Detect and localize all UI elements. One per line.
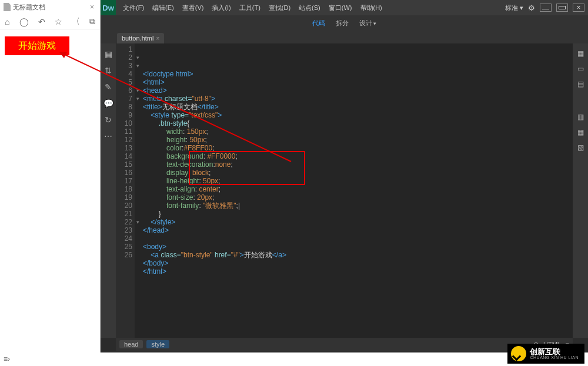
workspace-switcher[interactable]: 标准 ▾ bbox=[505, 4, 523, 12]
menu-view[interactable]: 查看(V) bbox=[180, 4, 206, 12]
tab-title: 无标题文档 bbox=[13, 3, 45, 12]
panel-icon[interactable]: ▭ bbox=[577, 65, 584, 73]
line-number-gutter: 1234567891011121314151617181920212223242… bbox=[116, 43, 135, 338]
dreamweaver-window: Dw 文件(F) 编辑(E) 查看(V) 插入(I) 工具(T) 查找(D) 站… bbox=[101, 0, 588, 366]
menu-file[interactable]: 文件(F) bbox=[121, 4, 146, 12]
window-close-button[interactable]: × bbox=[573, 4, 584, 12]
menu-icon[interactable]: ≡› bbox=[4, 355, 10, 363]
panel-icon[interactable]: ▧ bbox=[577, 143, 584, 152]
brand-name: 创新互联 bbox=[530, 348, 579, 355]
back-icon[interactable]: ↶ bbox=[38, 17, 45, 26]
copy-icon[interactable]: ⧉ bbox=[89, 16, 95, 26]
view-design[interactable]: 设计▾ bbox=[359, 19, 376, 28]
fold-gutter: ▾▾▾▾▾ bbox=[135, 43, 141, 338]
panel-icon[interactable]: ▦ bbox=[577, 128, 584, 136]
breadcrumb-head[interactable]: head bbox=[119, 340, 143, 348]
reload-icon[interactable]: ◯ bbox=[19, 17, 29, 26]
collapse-icon[interactable]: ⇅ bbox=[103, 66, 113, 75]
menu-site[interactable]: 站点(S) bbox=[296, 4, 323, 12]
file-icon[interactable]: ▦ bbox=[103, 49, 113, 59]
menu-tools[interactable]: 工具(T) bbox=[237, 4, 263, 12]
comment-icon[interactable]: 💬 bbox=[103, 99, 113, 108]
brand-subtitle: CHUANG XIN HU LIAN bbox=[530, 355, 579, 360]
preview-area: 开始游戏 bbox=[0, 29, 100, 62]
panel-icon[interactable]: ▥ bbox=[577, 113, 584, 121]
panel-icon[interactable]: ▦ bbox=[577, 49, 584, 58]
menu-window[interactable]: 窗口(W) bbox=[326, 4, 355, 12]
titlebar: Dw 文件(F) 编辑(E) 查看(V) 插入(I) 工具(T) 查找(D) 站… bbox=[101, 0, 588, 15]
status-bar: head style ⊘ HTML ▾ bbox=[116, 338, 573, 351]
document-tab[interactable]: button.html × bbox=[117, 33, 164, 43]
left-tool-rail: ▦ ⇅ ✎ 💬 ↻ ⋯ bbox=[101, 43, 116, 338]
view-code[interactable]: 代码 bbox=[312, 19, 325, 28]
browser-preview-panel: 无标题文档 × ⌂ ◯ ↶ ☆ 〈 ⧉ 开始游戏 bbox=[0, 0, 101, 352]
code-editor[interactable]: 1234567891011121314151617181920212223242… bbox=[116, 43, 573, 338]
bottom-strip: ≡› bbox=[0, 352, 588, 366]
start-game-button[interactable]: 开始游戏 bbox=[5, 36, 69, 55]
code-area[interactable]: <!doctype html><html><head><meta charset… bbox=[141, 43, 573, 338]
breadcrumb-style[interactable]: style bbox=[146, 340, 169, 348]
menu-bar: 文件(F) 编辑(E) 查看(V) 插入(I) 工具(T) 查找(D) 站点(S… bbox=[121, 4, 385, 12]
watermark-logo: 创新互联 CHUANG XIN HU LIAN bbox=[507, 344, 584, 364]
panel-icon[interactable]: ▤ bbox=[577, 80, 584, 88]
document-tab-label: button.html bbox=[122, 35, 153, 42]
home-icon[interactable]: ⌂ bbox=[5, 17, 9, 26]
wand-icon[interactable]: ✎ bbox=[103, 82, 113, 92]
document-tabs: button.html × bbox=[101, 31, 588, 43]
view-split[interactable]: 拆分 bbox=[336, 19, 349, 28]
dreamweaver-logo: Dw bbox=[101, 0, 116, 15]
window-maximize-button[interactable] bbox=[556, 4, 568, 12]
browser-tab[interactable]: 无标题文档 × bbox=[0, 0, 100, 14]
forward-icon[interactable]: 〈 bbox=[72, 16, 80, 27]
menu-find[interactable]: 查找(D) bbox=[266, 4, 293, 12]
right-panel-rail: ▦ ▭ ▤ ▥ ▦ ▧ bbox=[573, 43, 588, 338]
tab-close-button[interactable]: × bbox=[88, 3, 96, 11]
menu-edit[interactable]: 编辑(E) bbox=[150, 4, 176, 12]
refresh-icon[interactable]: ↻ bbox=[103, 115, 113, 125]
more-icon[interactable]: ⋯ bbox=[103, 132, 113, 141]
window-minimize-button[interactable] bbox=[540, 4, 552, 12]
document-icon bbox=[4, 3, 11, 11]
menu-help[interactable]: 帮助(H) bbox=[358, 4, 385, 12]
close-icon[interactable]: × bbox=[156, 35, 159, 42]
gear-icon[interactable]: ⚙ bbox=[528, 4, 535, 12]
browser-nav-bar: ⌂ ◯ ↶ ☆ 〈 ⧉ bbox=[0, 14, 100, 29]
brand-mark-icon bbox=[511, 346, 526, 361]
view-switcher: 代码 拆分 设计▾ bbox=[101, 15, 588, 31]
menu-insert[interactable]: 插入(I) bbox=[209, 4, 233, 12]
star-icon[interactable]: ☆ bbox=[55, 17, 62, 26]
